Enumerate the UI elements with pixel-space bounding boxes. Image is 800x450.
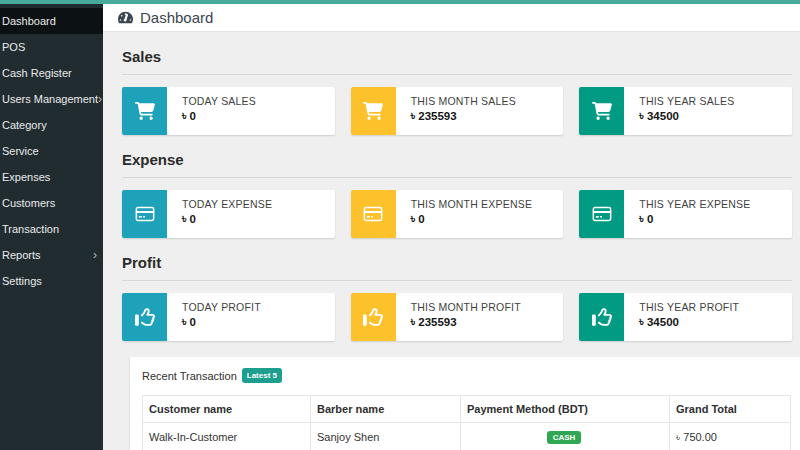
section-sales: Sales TODAY SALES ৳ 0 THIS MONTH SALES bbox=[122, 48, 792, 135]
page-header: Dashboard bbox=[103, 4, 800, 32]
thumbs-up-icon bbox=[351, 293, 396, 341]
sidebar-item-category[interactable]: Category bbox=[0, 112, 103, 138]
sidebar-item-settings[interactable]: Settings bbox=[0, 268, 103, 294]
sidebar-item-dashboard[interactable]: Dashboard bbox=[0, 8, 103, 34]
stat-value: ৳ 235593 bbox=[411, 110, 516, 123]
stat-label: TODAY PROFIT bbox=[182, 301, 261, 313]
chevron-right-icon: › bbox=[98, 93, 102, 105]
chevron-right-icon: › bbox=[93, 249, 97, 261]
shopping-cart-icon bbox=[579, 87, 624, 135]
section-title: Sales bbox=[122, 48, 792, 75]
stat-card-month-expense: THIS MONTH EXPENSE ৳ 0 bbox=[351, 190, 564, 238]
sidebar-item-label: Expenses bbox=[2, 171, 50, 183]
table-header-row: Customer name Barber name Payment Method… bbox=[143, 396, 791, 423]
thumbs-up-icon bbox=[122, 293, 167, 341]
section-title: Profit bbox=[122, 254, 792, 281]
section-title: Expense bbox=[122, 151, 792, 178]
stat-label: THIS MONTH PROFIT bbox=[411, 301, 521, 313]
stat-value: ৳ 235593 bbox=[411, 316, 521, 329]
stat-label: THIS YEAR EXPENSE bbox=[639, 198, 750, 210]
sidebar-item-reports[interactable]: Reports › bbox=[0, 242, 103, 268]
cell-grand-total: ৳ 750.00 bbox=[670, 423, 791, 450]
sidebar-item-customers[interactable]: Customers bbox=[0, 190, 103, 216]
sidebar-item-label: Reports bbox=[2, 249, 41, 261]
sidebar-item-label: Settings bbox=[2, 275, 42, 287]
thumbs-up-icon bbox=[579, 293, 624, 341]
stat-card-year-profit: THIS YEAR PROFIT ৳ 34500 bbox=[579, 293, 792, 341]
transactions-table: Customer name Barber name Payment Method… bbox=[142, 395, 791, 450]
stat-value: ৳ 34500 bbox=[639, 316, 739, 329]
top-accent-bar bbox=[0, 0, 800, 4]
credit-card-icon bbox=[351, 190, 396, 238]
section-profit: Profit TODAY PROFIT ৳ 0 THIS MONTH PROFI… bbox=[122, 254, 792, 341]
sidebar-item-label: Service bbox=[2, 145, 39, 157]
table-row: Walk-In-Customer Sanjoy Shen CASH ৳ 750.… bbox=[143, 423, 791, 450]
sidebar-item-label: Dashboard bbox=[2, 15, 56, 27]
sidebar-item-cash-register[interactable]: Cash Register bbox=[0, 60, 103, 86]
recent-transactions-panel: Recent Transaction Latest 5 Customer nam… bbox=[130, 357, 800, 450]
credit-card-icon bbox=[122, 190, 167, 238]
shopping-cart-icon bbox=[351, 87, 396, 135]
stat-value: ৳ 0 bbox=[182, 213, 272, 226]
stat-value: ৳ 0 bbox=[182, 316, 261, 329]
stat-card-year-expense: THIS YEAR EXPENSE ৳ 0 bbox=[579, 190, 792, 238]
dashboard-gauge-icon bbox=[118, 10, 133, 25]
sidebar-item-label: Customers bbox=[2, 197, 55, 209]
stat-label: THIS MONTH SALES bbox=[411, 95, 516, 107]
sidebar-item-label: Transaction bbox=[2, 223, 59, 235]
latest-count-badge: Latest 5 bbox=[242, 368, 282, 383]
column-header-barber: Barber name bbox=[311, 396, 461, 423]
cell-customer: Walk-In-Customer bbox=[143, 423, 311, 450]
credit-card-icon bbox=[579, 190, 624, 238]
stat-card-today-profit: TODAY PROFIT ৳ 0 bbox=[122, 293, 335, 341]
page-title: Dashboard bbox=[140, 9, 213, 26]
main-area: Dashboard Sales TODAY SALES ৳ 0 bbox=[103, 4, 800, 450]
stat-label: THIS MONTH EXPENSE bbox=[411, 198, 532, 210]
cell-barber: Sanjoy Shen bbox=[311, 423, 461, 450]
stat-card-month-sales: THIS MONTH SALES ৳ 235593 bbox=[351, 87, 564, 135]
cash-badge: CASH bbox=[547, 431, 582, 444]
sidebar-item-service[interactable]: Service bbox=[0, 138, 103, 164]
column-header-payment: Payment Method (BDT) bbox=[461, 396, 670, 423]
column-header-customer: Customer name bbox=[143, 396, 311, 423]
cell-payment: CASH bbox=[461, 423, 670, 450]
stat-value: ৳ 0 bbox=[639, 213, 750, 226]
sidebar-item-label: Category bbox=[2, 119, 47, 131]
stat-value: ৳ 0 bbox=[182, 110, 256, 123]
stat-value: ৳ 34500 bbox=[639, 110, 734, 123]
stat-value: ৳ 0 bbox=[411, 213, 532, 226]
sidebar-item-label: Cash Register bbox=[2, 67, 72, 79]
panel-title: Recent Transaction bbox=[142, 370, 237, 382]
sidebar-item-expenses[interactable]: Expenses bbox=[0, 164, 103, 190]
stat-label: TODAY EXPENSE bbox=[182, 198, 272, 210]
stat-label: THIS YEAR SALES bbox=[639, 95, 734, 107]
section-expense: Expense TODAY EXPENSE ৳ 0 THIS MONTH EXP… bbox=[122, 151, 792, 238]
stat-card-month-profit: THIS MONTH PROFIT ৳ 235593 bbox=[351, 293, 564, 341]
shopping-cart-icon bbox=[122, 87, 167, 135]
sidebar-item-label: Users Management bbox=[2, 93, 98, 105]
column-header-grand-total: Grand Total bbox=[670, 396, 791, 423]
sidebar-item-users-management[interactable]: Users Management › bbox=[0, 86, 103, 112]
stat-card-today-expense: TODAY EXPENSE ৳ 0 bbox=[122, 190, 335, 238]
sidebar-item-pos[interactable]: POS bbox=[0, 34, 103, 60]
sidebar-item-label: POS bbox=[2, 41, 25, 53]
stat-card-year-sales: THIS YEAR SALES ৳ 34500 bbox=[579, 87, 792, 135]
stat-card-today-sales: TODAY SALES ৳ 0 bbox=[122, 87, 335, 135]
sidebar-item-transaction[interactable]: Transaction bbox=[0, 216, 103, 242]
sidebar: Dashboard POS Cash Register Users Manage… bbox=[0, 4, 103, 450]
dashboard-content: Sales TODAY SALES ৳ 0 THIS MONTH SALES bbox=[103, 32, 800, 450]
stat-label: TODAY SALES bbox=[182, 95, 256, 107]
stat-label: THIS YEAR PROFIT bbox=[639, 301, 739, 313]
